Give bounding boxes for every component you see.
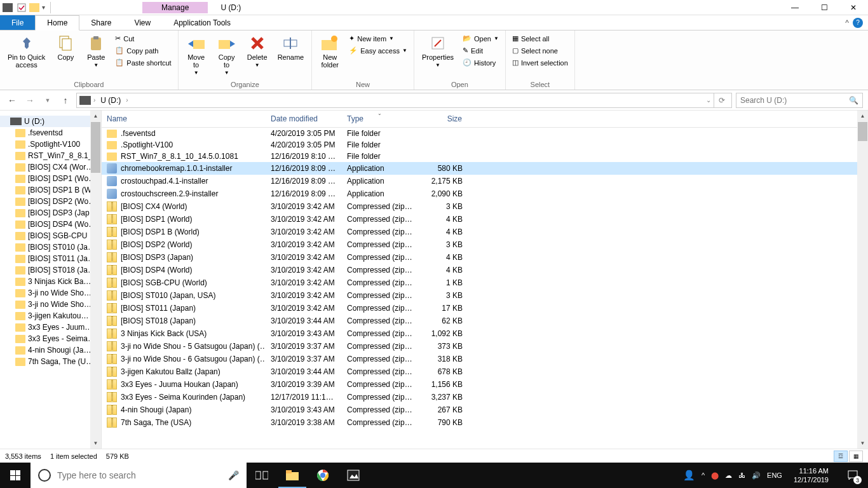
tray-security-icon[interactable]: ⬤	[711, 471, 719, 480]
tree-item[interactable]: [BIOS] DSP2 (Wo…	[0, 196, 101, 207]
nav-up-button[interactable]: ↑	[58, 93, 72, 107]
tree-item[interactable]: [BIOS] DSP1 (Wo…	[0, 173, 101, 184]
paste-shortcut-button[interactable]: 📋Paste shortcut	[112, 57, 173, 68]
file-row[interactable]: 3 Ninjas Kick Back (USA)3/10/2019 3:43 A…	[102, 327, 857, 340]
edit-button[interactable]: ✎Edit	[460, 45, 501, 56]
taskbar-search-input[interactable]	[57, 470, 222, 480]
file-row[interactable]: 3x3 Eyes - Seima Kourinden (Japan)12/17/…	[102, 391, 857, 403]
chevron-right-icon[interactable]: ›	[126, 97, 128, 104]
file-row[interactable]: crostouchscreen.2.9-installer12/16/2019 …	[102, 187, 857, 200]
scroll-thumb[interactable]	[91, 122, 100, 173]
taskbar-chrome[interactable]	[308, 463, 338, 488]
column-name[interactable]: Name	[102, 113, 266, 125]
file-row[interactable]: [BIOS] ST010 (Japan, USA)3/10/2019 3:42 …	[102, 289, 857, 302]
tab-share[interactable]: Share	[79, 15, 123, 30]
new-folder-button[interactable]: New folder	[316, 32, 344, 71]
refresh-button[interactable]: ⟳	[714, 93, 729, 107]
scroll-up-icon[interactable]: ▲	[90, 111, 101, 121]
tree-item[interactable]: 3-ji no Wide Sho…	[0, 299, 101, 310]
nav-tree[interactable]: U (D:) .fseventsd.Spotlight-V100RST_Win7…	[0, 111, 102, 449]
taskbar-search[interactable]: 🎤	[31, 463, 247, 488]
scroll-thumb[interactable]	[858, 122, 867, 141]
tab-home[interactable]: Home	[35, 15, 79, 30]
tree-item[interactable]: .Spotlight-V100	[0, 139, 101, 150]
breadcrumb[interactable]: › U (D:) › ⌄ ⟳	[76, 93, 732, 108]
tab-application-tools[interactable]: Application Tools	[162, 15, 242, 30]
tree-item[interactable]: [BIOS] CX4 (Wor…	[0, 161, 101, 173]
scroll-down-icon[interactable]: ▼	[857, 438, 868, 449]
copy-path-button[interactable]: 📋Copy path	[112, 45, 173, 56]
delete-button[interactable]: Delete▼	[243, 32, 271, 71]
new-item-button[interactable]: ✦New item▼	[346, 33, 410, 44]
mic-icon[interactable]: 🎤	[228, 470, 239, 480]
search-box[interactable]: 🔍	[736, 93, 863, 108]
column-type[interactable]: ⌄Type	[342, 113, 418, 125]
view-large-icons-button[interactable]: ▦	[849, 451, 863, 462]
scroll-up-icon[interactable]: ▲	[857, 111, 868, 121]
tree-scrollbar[interactable]: ▲ ▼	[90, 111, 101, 449]
tree-item[interactable]: [BIOS] ST010 (Ja…	[0, 241, 101, 253]
tray-network-icon[interactable]: 🖧	[738, 471, 745, 479]
tree-item[interactable]: 4-nin Shougi (Ja…	[0, 344, 101, 356]
tree-item[interactable]: [BIOS] SGB-CPU …	[0, 230, 101, 241]
qat-new-folder[interactable]	[29, 3, 39, 12]
maximize-button[interactable]: ☐	[810, 0, 839, 15]
file-row[interactable]: 3-jigen Kakutou Ballz (Japan)3/10/2019 3…	[102, 365, 857, 378]
invert-selection-button[interactable]: ◫Invert selection	[510, 57, 571, 68]
tree-item[interactable]: 7th Saga, The (U…	[0, 356, 101, 367]
tree-item[interactable]: [BIOS] ST011 (Ja…	[0, 253, 101, 264]
file-row[interactable]: [BIOS] DSP3 (Japan)3/10/2019 3:42 AMComp…	[102, 251, 857, 264]
file-row[interactable]: 4-nin Shougi (Japan)3/10/2019 3:43 AMCom…	[102, 403, 857, 416]
taskbar-file-explorer[interactable]	[277, 463, 308, 488]
file-row[interactable]: 3-ji no Wide Shou - 5 Gatsugou (Japan) (…	[102, 340, 857, 353]
tree-item[interactable]: RST_Win7_8_8.1_…	[0, 150, 101, 161]
pin-quick-access-button[interactable]: Pin to Quick access	[4, 32, 49, 71]
tray-onedrive-icon[interactable]: ☁	[725, 471, 732, 480]
file-row[interactable]: .Spotlight-V1004/20/2019 3:05 PMFile fol…	[102, 139, 857, 151]
start-button[interactable]	[0, 463, 31, 488]
tray-clock[interactable]: 11:16 AM 12/17/2019	[789, 466, 834, 485]
view-details-button[interactable]: ☲	[834, 451, 848, 462]
nav-back-button[interactable]: ←	[5, 93, 19, 107]
column-date[interactable]: Date modified	[266, 113, 342, 125]
file-row[interactable]: 3-ji no Wide Shou - 6 Gatsugou (Japan) (…	[102, 353, 857, 365]
nav-recent-button[interactable]: ▼	[41, 93, 55, 107]
file-row[interactable]: [BIOS] ST011 (Japan)3/10/2019 3:42 AMCom…	[102, 302, 857, 315]
tree-item[interactable]: [BIOS] DSP1 B (W…	[0, 184, 101, 196]
chevron-down-icon[interactable]: ⌄	[706, 97, 711, 104]
task-view-button[interactable]	[247, 463, 277, 488]
minimize-button[interactable]: ―	[780, 0, 810, 15]
action-center-button[interactable]: 3	[840, 463, 865, 488]
taskbar-photos[interactable]	[338, 463, 369, 488]
search-input[interactable]	[740, 96, 849, 105]
copy-button[interactable]: Copy	[51, 32, 79, 64]
file-row[interactable]: chromebookremap.1.0.1-installer12/16/201…	[102, 162, 857, 175]
tree-item[interactable]: 3x3 Eyes - Seima…	[0, 333, 101, 344]
tree-item[interactable]: 3x3 Eyes - Juum…	[0, 322, 101, 333]
tray-overflow-icon[interactable]: ^	[702, 471, 705, 479]
tray-volume-icon[interactable]: 🔊	[752, 471, 761, 480]
nav-forward-button[interactable]: →	[23, 93, 37, 107]
tree-item[interactable]: 3-jigen Kakutou…	[0, 310, 101, 322]
move-to-button[interactable]: Move to▼	[182, 32, 210, 78]
tab-view[interactable]: View	[123, 15, 162, 30]
tree-item[interactable]: 3-ji no Wide Sho…	[0, 287, 101, 299]
file-row[interactable]: [BIOS] DSP1 B (World)3/10/2019 3:42 AMCo…	[102, 226, 857, 238]
file-row[interactable]: 3x3 Eyes - Juuma Houkan (Japan)3/10/2019…	[102, 378, 857, 391]
file-row[interactable]: [BIOS] CX4 (World)3/10/2019 3:42 AMCompr…	[102, 200, 857, 213]
list-scrollbar[interactable]: ▲ ▼	[857, 111, 868, 449]
qat-properties[interactable]	[17, 3, 27, 13]
qat-customize[interactable]: ▾	[42, 4, 45, 11]
select-all-button[interactable]: ▦Select all	[510, 33, 571, 44]
file-row[interactable]: [BIOS] SGB-CPU (World)3/10/2019 3:42 AMC…	[102, 276, 857, 289]
tree-item[interactable]: [BIOS] DSP3 (Jap…	[0, 207, 101, 219]
rename-button[interactable]: Rename	[274, 32, 308, 64]
file-row[interactable]: [BIOS] DSP4 (World)3/10/2019 3:42 AMComp…	[102, 264, 857, 276]
contextual-tab-manage[interactable]: Manage	[142, 2, 208, 13]
cut-button[interactable]: ✂Cut	[112, 33, 173, 44]
tree-root[interactable]: U (D:)	[0, 116, 101, 127]
tray-people-icon[interactable]: 👤	[683, 470, 695, 481]
tab-file[interactable]: File	[0, 15, 35, 30]
file-row[interactable]: .fseventsd4/20/2019 3:05 PMFile folder	[102, 128, 857, 139]
copy-to-button[interactable]: Copy to▼	[213, 32, 241, 78]
